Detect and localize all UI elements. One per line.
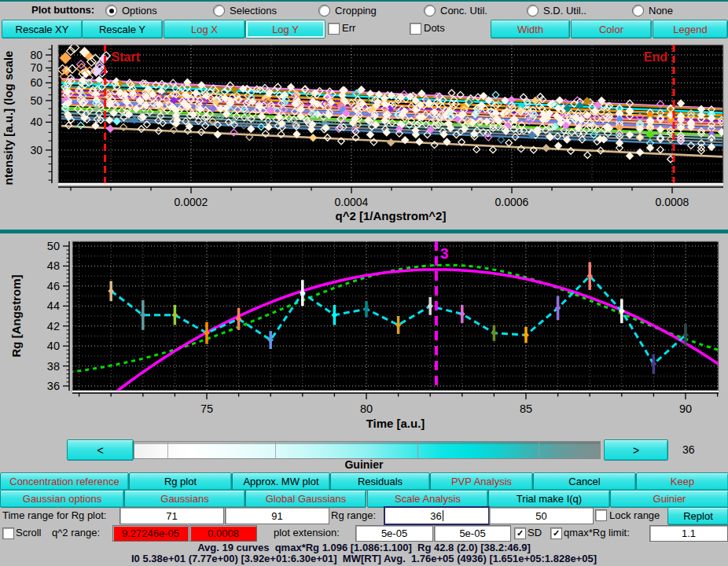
cancel-button[interactable]: Cancel	[533, 472, 636, 491]
rg-plot-button[interactable]: Rg plot	[129, 472, 232, 491]
gradient-divider	[275, 442, 276, 458]
sd-checkbox[interactable]: ✓	[514, 527, 526, 539]
approx-mw-plot-button[interactable]: Approx. MW plot	[232, 472, 330, 491]
radio-circle-icon[interactable]	[424, 5, 436, 17]
radio-s-d-util-[interactable]: S.D. Util..	[527, 3, 586, 19]
scroll-checkbox[interactable]	[2, 527, 14, 539]
dots-label: Dots	[424, 20, 445, 36]
scroll-left-button[interactable]: <	[67, 439, 134, 461]
radio-circle-icon[interactable]	[318, 5, 330, 17]
radio-label: Conc. Util.	[440, 5, 487, 17]
radio-cropping[interactable]: Cropping	[318, 3, 377, 19]
radio-label: S.D. Util..	[543, 5, 586, 17]
radio-circle-icon[interactable]	[527, 5, 539, 17]
svg-text:ntensity [a.u.] (log scale: ntensity [a.u.] (log scale	[2, 51, 15, 186]
gradient-divider	[167, 442, 168, 458]
guinier-button[interactable]: Guinier	[610, 490, 728, 508]
guinier-mode-label: Guinier	[0, 458, 728, 471]
plot-extension-label: plot extension:	[274, 525, 340, 541]
rg-to-input[interactable]: 50	[489, 507, 594, 524]
svg-text:50: 50	[47, 240, 60, 252]
radio-label: Options	[122, 5, 157, 17]
time-to-input[interactable]: 91	[225, 507, 329, 524]
svg-text:90: 90	[679, 402, 692, 415]
time-range-row: Time range for Rg plot: 71 91 Rg range: …	[0, 507, 728, 524]
svg-text:End: End	[644, 50, 667, 64]
width-button[interactable]: Width	[491, 20, 570, 39]
svg-text:36: 36	[47, 380, 60, 392]
rg-range-label: Rg range:	[331, 508, 376, 524]
global-gaussians-button[interactable]: Global Gaussians	[245, 490, 366, 508]
q2-range-label: q^2 range:	[52, 525, 100, 541]
q2-range-row: Scroll q^2 range: 9.27246e-05 0.0008 plo…	[0, 525, 728, 542]
position-gradient-bar[interactable]	[134, 441, 601, 459]
plot-ext-2-input[interactable]: 5e-05	[434, 525, 511, 542]
radio-options[interactable]: Options	[105, 3, 157, 19]
action-buttons-row-1: Concentration referenceRg plotApprox. MW…	[0, 472, 728, 489]
rg-from-input[interactable]: 36	[384, 506, 490, 525]
gradient-divider	[417, 442, 418, 458]
svg-text:80: 80	[30, 49, 42, 61]
radio-selections[interactable]: Selections	[213, 3, 277, 19]
svg-text:0.0006: 0.0006	[495, 196, 529, 208]
svg-text:75: 75	[200, 402, 213, 415]
svg-text:q^2 [1/Angstrom^2]: q^2 [1/Angstrom^2]	[336, 209, 447, 222]
gaussian-options-button[interactable]: Gaussian options	[0, 490, 124, 508]
rescale-xy-button[interactable]: Rescale XY	[2, 20, 83, 39]
svg-text:48: 48	[47, 259, 60, 272]
err-checkbox[interactable]	[328, 23, 340, 35]
svg-text:80: 80	[360, 402, 373, 415]
legend-button[interactable]: Legend	[653, 20, 728, 39]
lock-range-label: Lock range	[609, 508, 660, 524]
radio-none[interactable]: None	[632, 3, 673, 19]
svg-text:40: 40	[30, 116, 42, 128]
q2-from-input[interactable]: 9.27246e-05	[112, 525, 189, 542]
log-x-button[interactable]: Log X	[164, 20, 245, 39]
lock-range-checkbox[interactable]	[595, 509, 607, 521]
radio-conc-util-[interactable]: Conc. Util.	[424, 3, 487, 19]
radio-label: Cropping	[335, 5, 377, 17]
log-y-button[interactable]: Log Y	[245, 20, 325, 39]
intensity-plot[interactable]: StartEnd0.00020.00040.00060.0008q^2 [1/A…	[0, 39, 728, 230]
scroll-right-button[interactable]: >	[604, 439, 668, 461]
qmax-rg-label: qmax*Rg limit:	[564, 525, 630, 541]
gradient-divider	[539, 442, 539, 458]
svg-text:0.0002: 0.0002	[175, 196, 208, 208]
rg-plot[interactable]: 375808590Time [a.u.]5048464442403836Rg […	[0, 233, 728, 434]
trial-make-i-q--button[interactable]: Trial make I(q)	[488, 490, 610, 508]
app-window: Plot buttons: OptionsSelectionsCroppingC…	[0, 0, 728, 566]
residuals-button[interactable]: Residuals	[330, 472, 430, 491]
plot-buttons-row: Plot buttons: OptionsSelectionsCroppingC…	[0, 2, 728, 18]
time-from-input[interactable]: 71	[119, 507, 224, 524]
replot-button[interactable]: Replot	[667, 507, 728, 525]
svg-text:40: 40	[47, 340, 60, 352]
radio-circle-icon[interactable]	[213, 5, 225, 17]
scroll-value: 36	[682, 442, 722, 458]
plot-buttons-label: Plot buttons:	[31, 2, 94, 18]
text-cursor	[443, 510, 443, 521]
q2-to-input[interactable]: 0.0008	[189, 525, 257, 542]
status-line-1: Avg. 19 curves qmax*Rg 1.096 [1.086:1.10…	[0, 542, 728, 553]
rescale-y-button[interactable]: Rescale Y	[82, 20, 163, 39]
dots-checkbox[interactable]	[410, 23, 421, 35]
svg-text:Time [a.u.]: Time [a.u.]	[366, 417, 425, 430]
pvp-analysis-button[interactable]: PVP Analysis	[430, 472, 533, 491]
radio-label: None	[649, 5, 673, 17]
radio-circle-icon[interactable]	[105, 5, 117, 17]
keep-button[interactable]: Keep	[636, 472, 728, 491]
radio-circle-icon[interactable]	[632, 5, 644, 17]
time-range-label: Time range for Rg plot:	[2, 508, 106, 524]
svg-text:46: 46	[47, 280, 60, 292]
scroll-label: Scroll	[16, 525, 42, 541]
scale-analysis-button[interactable]: Scale Analysis	[367, 490, 488, 508]
plot-ext-1-input[interactable]: 5e-05	[355, 525, 433, 542]
color-button[interactable]: Color	[571, 20, 652, 39]
concentration-reference-button[interactable]: Concentration reference	[0, 472, 129, 491]
svg-text:Rg [Angstrom]: Rg [Angstrom]	[9, 275, 23, 358]
qmax-rg-limit-input[interactable]: 1.1	[649, 525, 728, 542]
sd-label: SD	[528, 525, 542, 541]
svg-text:0.0004: 0.0004	[335, 196, 369, 208]
qmax-rg-checkbox[interactable]: ✓	[550, 527, 562, 539]
gaussians-button[interactable]: Gaussians	[124, 490, 245, 508]
svg-text:42: 42	[47, 320, 60, 333]
